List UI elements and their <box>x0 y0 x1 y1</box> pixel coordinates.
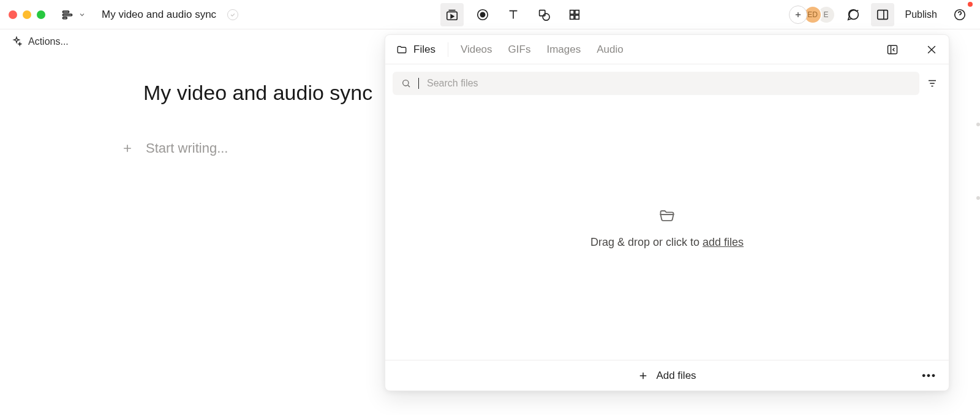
svg-rect-9 <box>570 10 574 13</box>
drop-prefix: Drag & drop or click to <box>590 236 703 248</box>
divider <box>448 42 448 57</box>
svg-rect-13 <box>877 10 888 19</box>
panel-search-row <box>385 64 949 95</box>
chevron-down-icon <box>78 11 86 18</box>
text-tool-button[interactable] <box>502 3 525 26</box>
tab-videos[interactable]: Videos <box>461 44 492 56</box>
svg-marker-4 <box>451 15 454 18</box>
actions-label: Actions... <box>28 36 69 47</box>
add-files-label: Add files <box>656 370 696 382</box>
plus-icon[interactable] <box>121 142 134 154</box>
collaborator-avatars: ED E <box>809 6 835 24</box>
add-files-button[interactable]: Add files <box>638 370 696 382</box>
help-button[interactable] <box>948 3 971 26</box>
tab-label: Audio <box>597 44 623 56</box>
svg-rect-1 <box>63 14 72 16</box>
right-tool-group: ED E Publish <box>789 3 971 26</box>
maximize-window-button[interactable] <box>37 10 45 19</box>
window-traffic-lights <box>9 10 45 19</box>
shapes-tool-button[interactable] <box>532 3 556 26</box>
tab-label: GIFs <box>508 44 531 56</box>
start-writing-placeholder: Start writing... <box>146 140 228 156</box>
add-collaborator-button[interactable] <box>789 6 807 24</box>
folder-open-icon <box>658 207 676 224</box>
record-button[interactable] <box>471 3 494 26</box>
svg-rect-10 <box>575 10 579 13</box>
search-input[interactable] <box>427 78 911 89</box>
panel-footer: Add files ••• <box>385 360 949 390</box>
tab-label: Images <box>546 44 581 56</box>
window-top-bar: My video and audio sync ED E <box>0 0 980 29</box>
file-drop-zone[interactable]: Drag & drop or click to add files <box>385 95 949 360</box>
folder-icon <box>396 44 407 55</box>
svg-rect-2 <box>63 17 67 18</box>
tab-label: Videos <box>461 44 492 56</box>
apps-grid-button[interactable] <box>563 3 586 26</box>
svg-line-21 <box>408 85 410 87</box>
drop-zone-text: Drag & drop or click to add files <box>590 236 744 249</box>
document-type-dropdown[interactable] <box>61 9 86 21</box>
media-files-panel: Files Videos GIFs Images Audio <box>385 34 949 391</box>
close-window-button[interactable] <box>9 10 17 19</box>
svg-rect-12 <box>575 15 579 18</box>
tab-images[interactable]: Images <box>546 44 581 56</box>
tab-label: Files <box>413 44 435 56</box>
text-caret <box>418 78 419 89</box>
svg-point-6 <box>481 12 485 17</box>
minimize-window-button[interactable] <box>23 10 31 19</box>
comments-button[interactable] <box>842 3 865 26</box>
notification-dot-icon <box>968 2 973 7</box>
media-library-button[interactable] <box>440 3 464 26</box>
tab-files[interactable]: Files <box>396 44 435 56</box>
filter-button[interactable] <box>927 78 938 89</box>
svg-rect-11 <box>570 15 574 18</box>
svg-rect-7 <box>540 10 545 15</box>
script-icon <box>61 9 74 21</box>
toggle-sidebar-button[interactable] <box>871 3 894 26</box>
tab-gifs[interactable]: GIFs <box>508 44 531 56</box>
publish-button[interactable]: Publish <box>900 9 942 20</box>
document-title-header[interactable]: My video and audio sync <box>102 9 216 21</box>
more-options-button[interactable]: ••• <box>922 370 937 382</box>
svg-point-8 <box>543 13 549 20</box>
close-panel-button[interactable] <box>925 44 938 56</box>
collapse-panel-button[interactable] <box>886 44 899 56</box>
center-tool-group <box>440 3 586 26</box>
add-files-link[interactable]: add files <box>703 236 744 248</box>
sync-status-icon[interactable] <box>227 9 238 20</box>
tab-audio[interactable]: Audio <box>597 44 623 56</box>
panel-tab-bar: Files Videos GIFs Images Audio <box>385 35 949 64</box>
search-box[interactable] <box>393 72 919 95</box>
search-icon <box>401 78 411 88</box>
svg-rect-0 <box>63 11 69 13</box>
scroll-marker-icon <box>976 123 980 126</box>
svg-point-20 <box>403 80 409 86</box>
sparkle-icon <box>11 36 22 47</box>
